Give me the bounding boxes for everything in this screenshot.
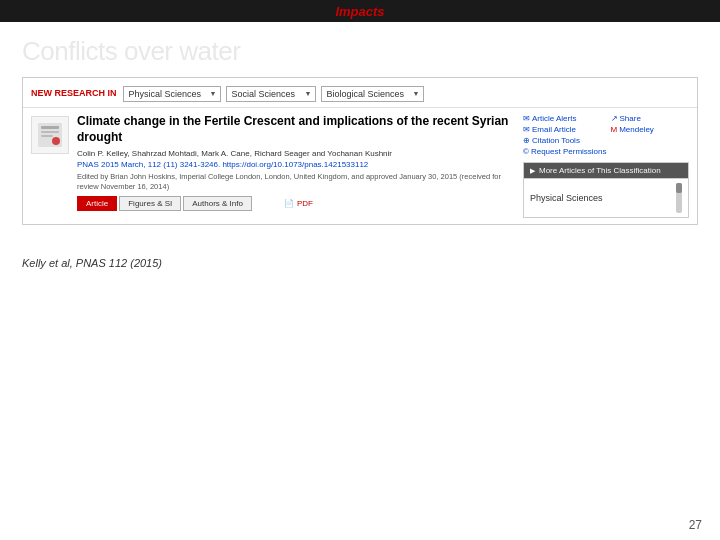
slide-content: Conflicts over water NEW RESEARCH IN Phy… — [0, 22, 720, 235]
bell-icon: ✉ — [523, 114, 530, 123]
classification-box: ▶ More Articles of This Classification P… — [523, 162, 689, 218]
article-alerts-label: Article Alerts — [532, 114, 576, 123]
classification-header[interactable]: ▶ More Articles of This Classification — [524, 163, 688, 178]
share-link[interactable]: ↗ Share — [611, 114, 690, 123]
top-bar-title: Impacts — [335, 4, 384, 19]
classification-header-label: More Articles of This Classification — [539, 166, 661, 175]
request-permissions-label: Request Permissions — [531, 147, 607, 156]
article-title: Climate change in the Fertile Crescent a… — [77, 114, 511, 145]
citation-icon: ⊕ — [523, 136, 530, 145]
slide-container: Impacts Conflicts over water NEW RESEARC… — [0, 0, 720, 540]
copyright-icon: © — [523, 147, 529, 156]
citation-tools-link[interactable]: ⊕ Citation Tools — [523, 136, 607, 145]
page-number: 27 — [689, 518, 702, 532]
scrollbar[interactable] — [676, 183, 682, 213]
email-icon: ✉ — [523, 125, 530, 134]
article-alerts-link[interactable]: ✉ Article Alerts — [523, 114, 607, 123]
article-journal: PNAS 2015 March, 112 (11) 3241-3246. htt… — [77, 160, 511, 169]
classification-value: Physical Sciences — [530, 193, 603, 203]
article-tabs: Article Figures & SI Authors & Info 📄 PD… — [77, 196, 511, 211]
slide-heading: Conflicts over water — [22, 36, 698, 67]
filter-row: NEW RESEARCH IN Physical Sciences Social… — [23, 78, 697, 108]
biological-sciences-wrapper[interactable]: Biological Sciences — [321, 83, 424, 102]
article-authors: Colin P. Kelley, Shahrzad Mohtadi, Mark … — [77, 149, 511, 158]
share-icon: ↗ — [611, 114, 618, 123]
share-label: Share — [620, 114, 641, 123]
mendeley-label: Mendeley — [619, 125, 654, 134]
citation-tools-label: Citation Tools — [532, 136, 580, 145]
filter-label: NEW RESEARCH IN — [31, 88, 117, 98]
tab-authors[interactable]: Authors & Info — [183, 196, 252, 211]
svg-rect-1 — [41, 126, 59, 129]
svg-rect-3 — [41, 135, 53, 137]
pdf-icon: 📄 — [284, 199, 294, 208]
pdf-button[interactable]: 📄 PDF — [284, 199, 313, 208]
social-sciences-select[interactable]: Social Sciences — [226, 86, 316, 102]
tab-article[interactable]: Article — [77, 196, 117, 211]
email-article-label: Email Article — [532, 125, 576, 134]
citation-text: Kelly et al, PNAS 112 (2015) — [22, 257, 162, 269]
request-permissions-link[interactable]: © Request Permissions — [523, 147, 607, 156]
article-edited: Edited by Brian John Hoskins, Imperial C… — [77, 172, 511, 192]
article-main: Climate change in the Fertile Crescent a… — [77, 114, 511, 218]
article-row: Climate change in the Fertile Crescent a… — [23, 108, 697, 224]
mendeley-icon: M — [611, 125, 618, 134]
top-bar: Impacts — [0, 0, 720, 22]
bottom-area: Kelly et al, PNAS 112 (2015) — [0, 245, 720, 279]
mendeley-link[interactable]: M Mendeley — [611, 125, 690, 134]
pnas-widget: NEW RESEARCH IN Physical Sciences Social… — [22, 77, 698, 225]
classification-arrow: ▶ — [530, 167, 535, 175]
scroll-thumb — [676, 183, 682, 193]
pdf-label: PDF — [297, 199, 313, 208]
email-article-link[interactable]: ✉ Email Article — [523, 125, 607, 134]
article-thumbnail — [31, 116, 69, 154]
tab-figures[interactable]: Figures & SI — [119, 196, 181, 211]
physical-sciences-wrapper[interactable]: Physical Sciences — [123, 83, 221, 102]
classification-content: Physical Sciences — [524, 178, 688, 217]
svg-point-4 — [52, 137, 60, 145]
svg-rect-2 — [41, 131, 59, 133]
biological-sciences-select[interactable]: Biological Sciences — [321, 86, 424, 102]
action-links: ✉ Article Alerts ↗ Share ✉ Email Article — [523, 114, 689, 156]
article-actions: ✉ Article Alerts ↗ Share ✉ Email Article — [519, 114, 689, 218]
physical-sciences-select[interactable]: Physical Sciences — [123, 86, 221, 102]
social-sciences-wrapper[interactable]: Social Sciences — [226, 83, 316, 102]
